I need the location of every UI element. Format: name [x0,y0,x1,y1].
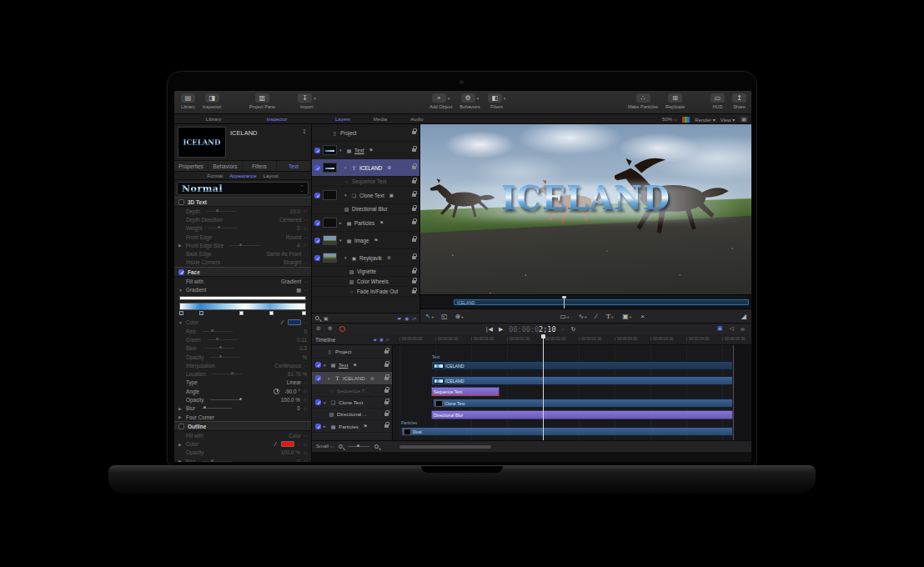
behaviors-button[interactable]: ⚙▾ Behaviors [459,93,480,109]
lock-icon[interactable] [412,280,416,284]
disclosure-down-icon[interactable]: ▾ [344,193,349,198]
weight-slider[interactable] [208,228,239,228]
popup-icon[interactable]: ⌵ [304,217,307,223]
filter-groups-icon[interactable]: ▰ [398,315,402,321]
track-text-group[interactable]: ▾ ▦ Text ⚑ [312,359,392,372]
filter-behaviors-icon[interactable]: ◉ [404,315,409,321]
layer-row-particles-group[interactable]: ▸ ▦ Particles ⚑ [312,214,419,232]
timecode-menu-icon[interactable]: ⌵ [562,326,565,332]
track-iceland[interactable]: ▾ T ICELAND ⚙ [312,372,392,385]
zoom-in-icon[interactable] [374,444,379,449]
mini-timeline[interactable]: ICELAND [420,294,751,309]
lock-icon[interactable] [384,364,389,367]
track-particles[interactable]: ▸ ▦ Particles ⚑ [312,420,392,433]
transform-tool[interactable]: ◱ [441,313,448,320]
popup-icon[interactable]: ⌵ [304,379,307,385]
disclosure-icon[interactable]: ▶ [178,243,182,248]
popup-icon[interactable]: ⌵ [304,259,307,265]
filter-effects-icon[interactable]: ▱ [412,315,416,321]
keyframe-icon[interactable]: ◇ [304,450,307,455]
visibility-checkbox[interactable] [315,424,321,429]
red-slider[interactable] [203,331,233,332]
canvas-resize-icon[interactable]: ◢ [741,313,746,320]
disclosure-icon[interactable]: ▶ [178,442,182,447]
visibility-checkbox[interactable] [315,362,321,368]
disclosure-down-icon[interactable]: ▾ [324,363,328,368]
timecode-display[interactable]: 00:00:02;10 [509,325,555,334]
line-tool[interactable]: ∕ [595,313,596,320]
flag-icon[interactable]: ⚑ [353,363,357,368]
lock-icon[interactable] [384,424,389,428]
pan-tool[interactable]: ⊕▾ [455,313,464,320]
project-pane-button[interactable]: ▥ Project Pane [249,93,276,109]
eyedropper-icon[interactable]: ∕ [275,441,276,447]
speaker-icon[interactable]: ◁ [730,325,734,332]
popup-icon[interactable]: ⌵ [304,278,307,284]
hud-button[interactable]: ▭ HUD [711,93,725,109]
face-opacity-slider[interactable] [210,399,240,400]
lock-icon[interactable] [412,238,416,242]
layer-row-color-wheels[interactable]: ▨ Color Wheels [312,277,419,287]
keyframe-icon[interactable]: ◇ [304,208,307,213]
location-slider[interactable] [213,374,243,374]
disclosure-down-icon[interactable]: ▾ [339,238,344,243]
popup-icon[interactable]: ⌵ [297,441,300,447]
gradient-editor[interactable] [179,296,306,316]
gear-icon[interactable]: ⚙ [387,255,391,260]
tab-inspector[interactable]: Inspector [249,114,304,124]
layer-row-text-group[interactable]: ▾ ▦ Text ⚑ [312,142,419,159]
bezier-tool[interactable]: ∿▾ [578,313,586,320]
subtab-format[interactable]: Format [207,173,223,178]
keyframe-icon[interactable]: ◇ [304,442,307,447]
bar-dust[interactable]: Dust [401,427,733,436]
bar-sequence-text[interactable]: Sequence Text [431,387,500,396]
track-sequence-text[interactable]: ◌ Sequence T… [312,385,392,397]
tab-media[interactable]: Media [363,114,398,124]
sync-icon[interactable]: ⊕ [328,325,333,332]
front-edge-size-slider[interactable] [230,245,260,246]
flag-icon[interactable]: ⚑ [379,220,384,225]
layer-row-directional-blur[interactable]: ▨ Directional Blur [312,204,419,214]
lock-icon[interactable] [412,193,416,197]
make-particles-button[interactable]: ∴ Make Particles [628,93,658,109]
track-directional-blur[interactable]: ▨ Directional… [312,409,392,420]
track-clone-text[interactable]: ▾ ❏ Clone Text [312,397,392,409]
disclosure-down-icon[interactable]: ▾ [339,148,344,153]
disclosure-icon[interactable]: ▶ [178,459,182,462]
inspector-button[interactable]: ◨ Inspector [203,93,222,109]
disclosure-icon[interactable]: ▼ [178,320,183,325]
track-size-select[interactable]: Small ⌵ [316,444,334,449]
popup-icon[interactable]: ⌵ [304,433,307,439]
layout-icon[interactable]: ▦ [740,116,748,123]
layer-row-clone-text[interactable]: ▾ ❏ Clone Text ▣ [312,187,419,204]
link-badge-icon[interactable]: ▣ [389,193,394,198]
visibility-checkbox[interactable] [314,220,320,226]
popup-icon[interactable]: ⌵ [304,319,307,325]
pin-icon[interactable]: ↧ [302,128,307,135]
green-slider[interactable] [208,339,238,340]
filter-behaviors-icon[interactable]: ◉ [379,337,384,342]
rectangle-tool[interactable]: ▭▾ [560,313,570,320]
gradient-stop[interactable] [179,311,183,315]
gear-icon[interactable]: ⚙ [387,165,391,170]
visibility-checkbox[interactable] [315,375,321,381]
angle-dial[interactable] [274,389,279,394]
layer-row-sequence-text[interactable]: ◌ Sequence Text [312,177,419,187]
disclosure-down-icon[interactable]: ▾ [344,165,349,170]
face-checkbox[interactable] [178,269,184,275]
disclosure-down-icon[interactable]: ▾ [324,400,328,405]
record-button[interactable] [339,326,345,332]
search-icon[interactable] [315,316,319,320]
visibility-checkbox[interactable] [314,238,320,243]
gradient-stop[interactable] [199,311,203,315]
flag-icon[interactable]: ⚑ [374,238,379,243]
popup-icon[interactable]: ⌵ [304,287,307,293]
project-end-marker[interactable] [733,345,734,440]
canvas-zoom-select[interactable]: 50% ⌵ [662,117,677,123]
3d-text-checkbox[interactable] [178,199,184,205]
layer-row-reykjavik[interactable]: ▾ ▣ Reykjavik ⚙ [312,249,419,267]
keyframe-icon[interactable]: ◇ [304,389,307,394]
tab-text[interactable]: Text [277,161,311,171]
popup-icon[interactable]: ⌵ [304,234,307,240]
bar-clone-text[interactable]: Clone Text [433,399,733,408]
